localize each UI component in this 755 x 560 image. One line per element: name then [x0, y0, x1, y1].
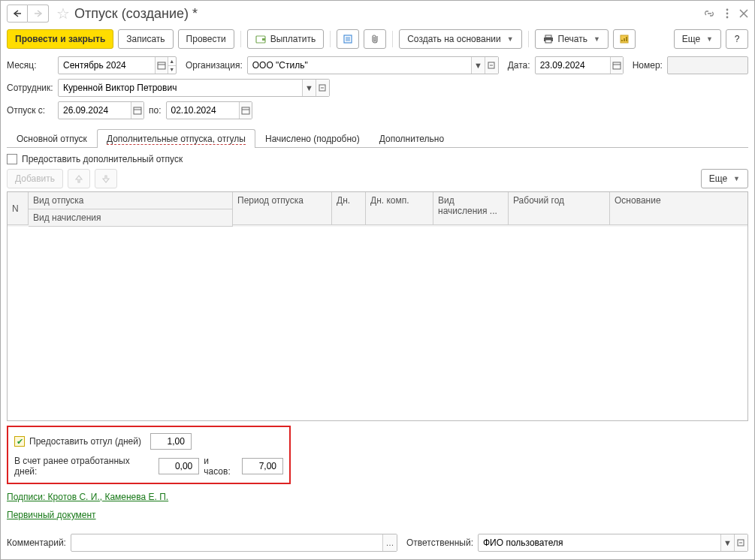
chevron-up-icon[interactable]: ▲: [168, 57, 176, 66]
calendar-icon[interactable]: [610, 57, 623, 74]
dayoff-days-field[interactable]: [150, 433, 192, 450]
number-input: [668, 57, 747, 74]
date-label: Дата:: [508, 60, 530, 71]
pay-button[interactable]: Выплатить: [247, 29, 325, 49]
table-header: N Вид отпуска Вид начисления Период отпу…: [8, 192, 747, 227]
svg-point-0: [726, 9, 729, 11]
attachments-button[interactable]: [364, 29, 386, 49]
employee-field[interactable]: ▼: [58, 79, 330, 97]
more-button[interactable]: Еще ▼: [674, 29, 721, 49]
post-and-close-button[interactable]: Провести и закрыть: [7, 29, 113, 49]
prev-days-field[interactable]: [159, 458, 200, 474]
ellipsis-icon[interactable]: …: [382, 534, 397, 551]
pay-label: Выплатить: [270, 34, 316, 44]
employee-label: Сотрудник:: [7, 83, 53, 93]
col-work-year: Рабочий год: [509, 192, 610, 225]
window-title: Отпуск (создание) *: [74, 6, 198, 22]
nav-forward-button[interactable]: [28, 5, 49, 23]
dayoff-days-input[interactable]: [156, 435, 186, 447]
employee-input[interactable]: [59, 80, 302, 96]
col-period: Период отпуска: [233, 192, 332, 225]
add-row-button[interactable]: Добавить: [7, 169, 63, 188]
responsible-input[interactable]: [479, 534, 720, 551]
from-field[interactable]: [58, 101, 144, 119]
tab-main-leave[interactable]: Основной отпуск: [7, 129, 97, 148]
prev-days-label: В счет ранее отработанных дней:: [14, 456, 154, 477]
svg-rect-14: [134, 107, 141, 114]
give-dayoff-label: Предоставить отгул (дней): [29, 436, 141, 447]
table-body[interactable]: [8, 227, 747, 420]
separator: [240, 31, 241, 47]
tab-additional[interactable]: Дополнительно: [370, 129, 454, 148]
extra-leave-checkbox-row: Предоставить дополнительный отпуск: [7, 154, 748, 164]
signatures-link[interactable]: Подписи: Кротов С. И., Каменева Е. П.: [7, 492, 168, 502]
tab-extra-leave[interactable]: Дополнительные отпуска, отгулы: [97, 129, 255, 148]
arrow-right-icon: [34, 10, 43, 17]
chevron-down-icon: ▼: [593, 35, 600, 43]
favorite-star-icon[interactable]: ☆: [56, 5, 70, 23]
svg-rect-6: [545, 35, 551, 38]
col-days: Дн.: [332, 192, 366, 225]
chevron-down-icon[interactable]: ▼: [168, 66, 176, 74]
create-based-button[interactable]: Создать на основании ▼: [399, 29, 521, 49]
prev-days-input[interactable]: [164, 460, 195, 472]
help-button[interactable]: ?: [726, 29, 748, 49]
extra-leave-table[interactable]: N Вид отпуска Вид начисления Период отпу…: [7, 191, 748, 421]
from-input[interactable]: [59, 102, 131, 119]
show-movements-button[interactable]: [337, 29, 359, 49]
chevron-down-icon[interactable]: ▼: [471, 57, 485, 74]
print-button[interactable]: Печать ▼: [535, 29, 609, 49]
org-field[interactable]: ▼: [247, 56, 499, 74]
svg-rect-4: [262, 38, 265, 41]
kebab-menu-icon[interactable]: [726, 8, 729, 19]
chevron-down-icon[interactable]: ▼: [720, 534, 734, 551]
bottom-row: Комментарий: … Ответственный: ▼: [1, 531, 754, 559]
printer-icon: [543, 35, 554, 44]
tab-accrued[interactable]: Начислено (подробно): [255, 129, 370, 148]
open-icon[interactable]: [734, 534, 747, 551]
move-up-button[interactable]: [68, 169, 90, 188]
month-input[interactable]: [59, 57, 155, 74]
svg-rect-12: [613, 62, 621, 69]
chevron-down-icon: ▼: [507, 35, 514, 43]
table-more-button[interactable]: Еще ▼: [701, 169, 748, 188]
post-button[interactable]: Провести: [178, 29, 234, 49]
calendar-icon[interactable]: [155, 57, 167, 74]
close-icon[interactable]: [739, 9, 748, 18]
extra-leave-checkbox[interactable]: [7, 154, 17, 164]
main-toolbar: Провести и закрыть Записать Провести Вып…: [1, 26, 754, 55]
hours-label: и часов:: [204, 456, 237, 477]
comment-field[interactable]: …: [71, 534, 397, 552]
open-icon[interactable]: [485, 57, 498, 74]
separator: [528, 31, 529, 47]
chevron-down-icon[interactable]: ▼: [302, 80, 316, 96]
separator: [392, 31, 393, 47]
chevron-down-icon: ▼: [733, 175, 740, 182]
date-field[interactable]: [535, 56, 624, 74]
report-button[interactable]: [613, 29, 636, 49]
org-input[interactable]: [248, 57, 471, 74]
month-field[interactable]: ▲ ▼: [58, 56, 177, 74]
nav-back-button[interactable]: [7, 5, 28, 23]
save-button[interactable]: Записать: [118, 29, 173, 49]
col-days-comp: Дн. комп.: [366, 192, 433, 225]
org-label: Организация:: [186, 60, 243, 71]
open-icon[interactable]: [316, 80, 329, 96]
paperclip-icon: [370, 34, 379, 44]
calendar-icon[interactable]: [131, 102, 143, 119]
hours-field[interactable]: [242, 458, 283, 474]
primary-document-link[interactable]: Первичный документ: [7, 510, 96, 520]
calendar-icon[interactable]: [239, 102, 252, 119]
comment-input[interactable]: [71, 534, 382, 551]
date-input[interactable]: [536, 57, 610, 74]
move-down-button[interactable]: [95, 169, 117, 188]
to-input[interactable]: [167, 102, 239, 119]
to-field[interactable]: [166, 101, 252, 119]
link-icon[interactable]: [703, 8, 715, 19]
header-form: Месяц: ▲ ▼ Организация: ▼ Дата:: [1, 55, 754, 125]
give-dayoff-checkbox[interactable]: ✔: [14, 436, 25, 447]
title-right-tools: [703, 8, 748, 19]
month-stepper[interactable]: ▲ ▼: [168, 57, 176, 74]
responsible-field[interactable]: ▼: [478, 534, 748, 552]
hours-input[interactable]: [247, 460, 278, 472]
